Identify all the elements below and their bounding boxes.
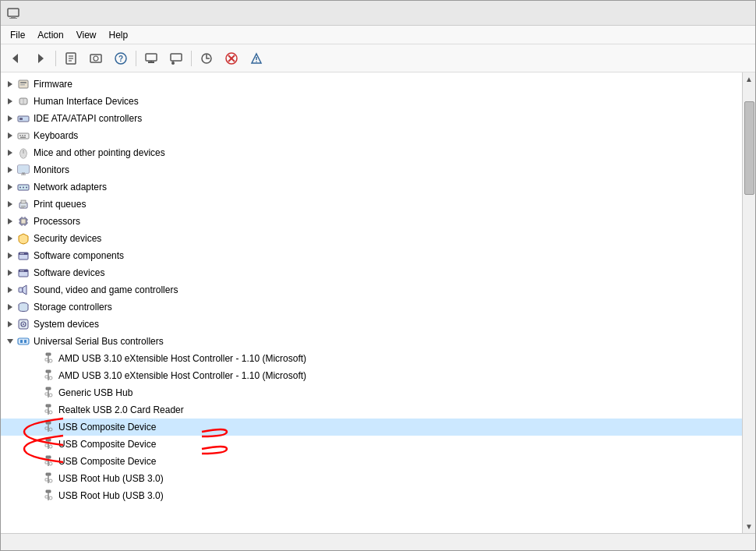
tree-item-print[interactable]: Print queues	[1, 196, 742, 213]
icon-usb-root2	[41, 489, 55, 503]
status-bar	[1, 533, 755, 550]
label-softwaredev: Software devices	[34, 267, 104, 278]
svg-point-10	[94, 56, 98, 61]
svg-point-120	[49, 445, 52, 448]
maximize-button[interactable]	[676, 2, 712, 24]
expand-usb-composite3[interactable]	[29, 453, 41, 470]
expand-ide[interactable]	[4, 110, 16, 127]
tree-item-usb-amd1[interactable]: AMD USB 3.10 eXtensible Host Controller …	[1, 350, 742, 367]
tree-item-usb-root2[interactable]: USB Root Hub (USB 3.0)	[1, 487, 742, 504]
expand-firmware[interactable]	[4, 76, 16, 93]
tree-item-usb-composite1[interactable]: USB Composite Device	[1, 419, 742, 436]
expand-softwarecomp[interactable]	[4, 247, 16, 264]
svg-marker-4	[38, 54, 44, 63]
tree-item-usb-composite3[interactable]: USB Composite Device	[1, 453, 742, 470]
scroll-up-button[interactable]: ▲	[743, 72, 756, 86]
expand-print[interactable]	[4, 196, 16, 213]
menu-action[interactable]: Action	[31, 27, 69, 43]
properties-button[interactable]	[59, 48, 83, 69]
tree-item-storage[interactable]: Storage controllers	[1, 298, 742, 316]
scan-button[interactable]	[195, 48, 218, 69]
svg-rect-96	[24, 340, 26, 343]
svg-rect-60	[21, 200, 26, 203]
icon-usb-realtek	[41, 403, 55, 417]
enable-button[interactable]	[245, 48, 268, 69]
svg-rect-94	[18, 338, 29, 344]
icon-processors	[16, 214, 30, 228]
vertical-scrollbar[interactable]: ▲ ▼	[742, 72, 755, 533]
tree-item-monitors[interactable]: Monitors	[1, 161, 742, 178]
device-manager-window: File Action View Help	[0, 0, 756, 551]
tree-item-usb-amd2[interactable]: AMD USB 3.10 eXtensible Host Controller …	[1, 367, 742, 384]
svg-rect-129	[46, 490, 51, 493]
tree-item-mice[interactable]: Mice and other pointing devices	[1, 144, 742, 161]
scrollbar-thumb[interactable]	[744, 101, 754, 195]
close-button[interactable]	[713, 2, 749, 24]
svg-rect-28	[20, 82, 26, 83]
tree-item-firmware[interactable]: Firmware	[1, 76, 742, 93]
back-button[interactable]	[4, 48, 27, 69]
tree-item-hid[interactable]: Human Interface Devices	[1, 93, 742, 110]
expand-usb-root1[interactable]	[29, 470, 41, 487]
label-firmware: Firmware	[34, 79, 72, 90]
tree-item-ide[interactable]: IDE ATA/ATAPI controllers	[1, 110, 742, 127]
label-monitors: Monitors	[34, 164, 69, 175]
svg-rect-61	[21, 206, 26, 207]
forward-button[interactable]	[29, 48, 52, 69]
icon-mice	[16, 146, 30, 160]
svg-marker-74	[8, 235, 12, 242]
devices-by-type-button[interactable]	[140, 48, 163, 69]
tree-item-usb-generic-hub[interactable]: Generic USB Hub	[1, 384, 742, 401]
expand-mice[interactable]	[4, 144, 16, 161]
expand-usb-amd2[interactable]	[29, 367, 41, 384]
svg-rect-65	[21, 219, 26, 224]
scroll-down-button[interactable]: ▼	[743, 520, 756, 533]
expand-monitors[interactable]	[4, 161, 16, 178]
label-usb: Universal Serial Bus controllers	[34, 336, 164, 347]
tree-item-usb-composite2[interactable]: USB Composite Device	[1, 436, 742, 453]
tree-item-softwarecomp[interactable]: Software components	[1, 247, 742, 264]
tree-item-keyboards[interactable]: Keyboards	[1, 127, 742, 144]
tree-item-sound[interactable]: Sound, video and game controllers	[1, 281, 742, 298]
menu-file[interactable]: File	[4, 27, 31, 43]
expand-security[interactable]	[4, 230, 16, 247]
svg-text:?: ?	[118, 55, 123, 63]
expand-usb-realtek[interactable]	[29, 401, 41, 419]
expand-usb-composite2[interactable]	[29, 436, 41, 453]
expand-processors[interactable]	[4, 213, 16, 230]
help-button[interactable]: ?	[109, 48, 132, 69]
expand-usb[interactable]	[4, 333, 16, 350]
icon-usb	[16, 334, 30, 348]
expand-hid[interactable]	[4, 93, 16, 110]
tree-item-usb-realtek[interactable]: Realtek USB 2.0 Card Reader	[1, 401, 742, 419]
device-tree[interactable]: FirmwareHuman Interface DevicesIDE ATA/A…	[1, 72, 742, 533]
expand-softwaredev[interactable]	[4, 264, 16, 281]
update-driver-button[interactable]	[84, 48, 108, 69]
devices-by-connection-button[interactable]	[164, 48, 188, 69]
expand-keyboards[interactable]	[4, 127, 16, 144]
expand-system[interactable]	[4, 316, 16, 333]
expand-network[interactable]	[4, 178, 16, 196]
menu-help[interactable]: Help	[103, 27, 135, 43]
svg-rect-49	[18, 165, 29, 173]
tree-item-processors[interactable]: Processors	[1, 213, 742, 230]
uninstall-button[interactable]	[220, 48, 243, 69]
tree-item-usb-root1[interactable]: USB Root Hub (USB 3.0)	[1, 470, 742, 487]
expand-storage[interactable]	[4, 298, 16, 316]
expand-sound[interactable]	[4, 281, 16, 298]
svg-rect-109	[46, 404, 51, 407]
expand-usb-generic-hub[interactable]	[29, 384, 41, 401]
icon-usb-composite1	[41, 420, 55, 434]
tree-item-system[interactable]: System devices	[1, 316, 742, 333]
icon-sound	[16, 283, 30, 297]
expand-usb-composite1[interactable]	[29, 419, 41, 436]
tree-item-network[interactable]: Network adapters	[1, 178, 742, 196]
tree-item-usb[interactable]: Universal Serial Bus controllers	[1, 333, 742, 350]
tree-item-softwaredev[interactable]: Software devices	[1, 264, 742, 281]
expand-usb-amd1[interactable]	[29, 350, 41, 367]
expand-usb-root2[interactable]	[29, 487, 41, 504]
label-system: System devices	[34, 319, 99, 330]
tree-item-security[interactable]: Security devices	[1, 230, 742, 247]
minimize-button[interactable]	[638, 2, 674, 24]
menu-view[interactable]: View	[70, 27, 103, 43]
